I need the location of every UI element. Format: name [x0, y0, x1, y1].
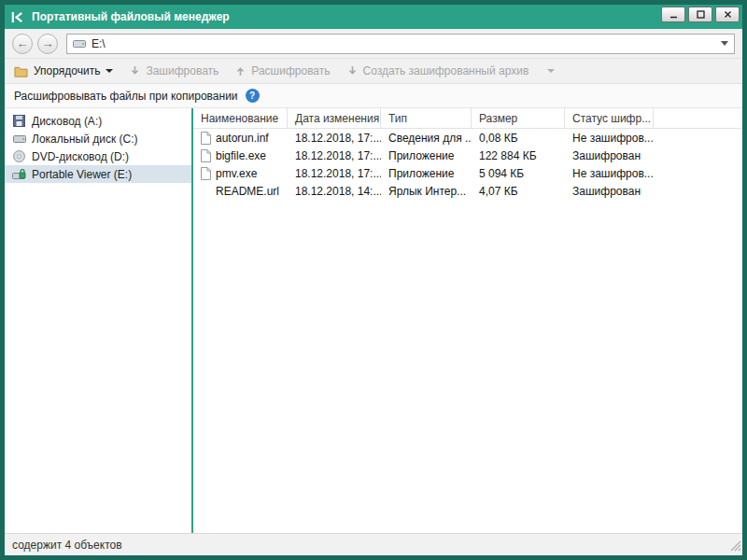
main-area: Дисковод (A:) Локальный диск (C:) DVD-ди… [5, 108, 742, 533]
address-text: E:\ [92, 37, 106, 50]
back-button[interactable]: ← [12, 34, 33, 54]
file-name: bigfile.exe [216, 149, 266, 162]
minimize-button[interactable] [661, 7, 685, 22]
file-list-area: Наименование Дата изменения Тип Размер С… [193, 108, 742, 533]
file-icon [201, 149, 211, 162]
title-bar: Портативный файловый менеджер [5, 5, 742, 29]
file-size: 0,08 КБ [472, 129, 565, 147]
dvd-drive-icon [12, 150, 26, 162]
encrypt-label: Зашифровать [146, 64, 218, 77]
floppy-drive-icon [12, 115, 26, 127]
window-title: Портативный файловый менеджер [32, 10, 230, 23]
file-size: 5 094 КБ [472, 164, 565, 182]
decrypt-button[interactable]: Расшифровать [235, 64, 330, 77]
sidebar-item-label: DVD-дисковод (D:) [32, 150, 129, 163]
table-row[interactable]: README.url 18.12.2018, 14:... Ярлык Инте… [193, 182, 742, 200]
column-header-status[interactable]: Статус шифр... [565, 108, 654, 128]
navigation-bar: ← → E:\ [5, 29, 742, 59]
file-encryption-status: Не зашифров... [565, 164, 654, 182]
archive-dropdown-icon[interactable] [547, 69, 555, 73]
archive-arrow-icon [347, 65, 358, 77]
organize-button[interactable]: Упорядочить [14, 64, 113, 77]
file-icon [201, 167, 211, 180]
close-button[interactable] [715, 7, 740, 22]
encrypt-button[interactable]: Зашифровать [130, 64, 218, 77]
file-type: Ярлык Интер... [381, 182, 472, 200]
sidebar-item-label: Локальный диск (C:) [32, 133, 138, 146]
help-glyph: ? [249, 91, 255, 101]
address-bar[interactable]: E:\ [66, 34, 735, 54]
file-encryption-status: Зашифрован [565, 147, 654, 164]
decrypt-arrow-icon [235, 65, 246, 77]
file-icon [201, 132, 211, 145]
sidebar-item-drive-e[interactable]: Portable Viewer (E:) [5, 165, 191, 183]
portable-file-manager-window: Портативный файловый менеджер ← → E:\ [0, 0, 747, 560]
decrypt-on-copy-label: Расшифровывать файлы при копировании [14, 90, 238, 103]
file-modified: 18.12.2018, 17:... [288, 164, 381, 182]
column-header-size[interactable]: Размер [472, 108, 565, 128]
maximize-button[interactable] [688, 7, 712, 22]
file-name: README.url [216, 185, 279, 198]
decrypt-label: Расшифровать [251, 64, 330, 77]
file-name: pmv.exe [216, 167, 257, 180]
encrypt-arrow-icon [130, 65, 140, 77]
table-row[interactable]: autorun.inf 18.12.2018, 17:... Сведения … [193, 129, 742, 147]
address-dropdown-icon[interactable] [721, 41, 728, 46]
drive-icon [73, 38, 86, 49]
table-row[interactable]: bigfile.exe 18.12.2018, 17:... Приложени… [193, 147, 742, 164]
column-header-row: Наименование Дата изменения Тип Размер С… [193, 108, 742, 129]
drive-sidebar: Дисковод (A:) Локальный диск (C:) DVD-ди… [5, 108, 191, 533]
status-text: содержит 4 объектов [12, 539, 122, 552]
file-size: 4,07 КБ [472, 182, 565, 200]
organize-label: Упорядочить [34, 64, 100, 77]
encrypted-drive-icon [12, 168, 26, 181]
kaspersky-logo-icon [10, 10, 24, 24]
column-header-type[interactable]: Тип [381, 108, 472, 128]
resize-grip-icon[interactable] [730, 540, 741, 554]
file-modified: 18.12.2018, 17:... [288, 129, 381, 147]
folder-icon [14, 65, 28, 77]
create-archive-label: Создать зашифрованный архив [363, 64, 529, 77]
help-icon[interactable]: ? [246, 89, 260, 103]
chevron-down-icon [106, 69, 113, 73]
window-controls [661, 7, 740, 22]
sidebar-item-drive-d[interactable]: DVD-дисковод (D:) [5, 147, 191, 165]
file-name: autorun.inf [216, 132, 269, 145]
file-modified: 18.12.2018, 17:... [288, 147, 381, 164]
file-type: Сведения для ... [381, 129, 472, 147]
file-encryption-status: Не зашифров... [565, 129, 654, 147]
table-row[interactable]: pmv.exe 18.12.2018, 17:... Приложение 5 … [193, 164, 742, 182]
sidebar-item-drive-a[interactable]: Дисковод (A:) [5, 112, 191, 130]
status-bar: содержит 4 объектов [5, 533, 742, 555]
file-type: Приложение [381, 147, 472, 164]
forward-button[interactable]: → [37, 34, 58, 54]
sidebar-item-label: Portable Viewer (E:) [32, 168, 132, 181]
file-encryption-status: Зашифрован [565, 182, 654, 200]
file-modified: 18.12.2018, 14:... [288, 182, 381, 200]
forward-icon: → [42, 37, 54, 49]
file-size: 122 884 КБ [472, 147, 565, 164]
create-encrypted-archive-button[interactable]: Создать зашифрованный архив [347, 64, 529, 77]
sidebar-item-drive-c[interactable]: Локальный диск (C:) [5, 130, 191, 147]
column-header-filler [654, 108, 742, 128]
file-type: Приложение [381, 164, 472, 182]
toolbar: Упорядочить Зашифровать Расшифровать Соз… [5, 59, 742, 84]
hard-disk-icon [12, 133, 26, 145]
option-bar: Расшифровывать файлы при копировании ? [5, 84, 742, 108]
column-header-name[interactable]: Наименование [193, 108, 288, 128]
back-icon: ← [17, 37, 29, 49]
sidebar-item-label: Дисковод (A:) [32, 115, 102, 128]
column-header-modified[interactable]: Дата изменения [288, 108, 381, 128]
